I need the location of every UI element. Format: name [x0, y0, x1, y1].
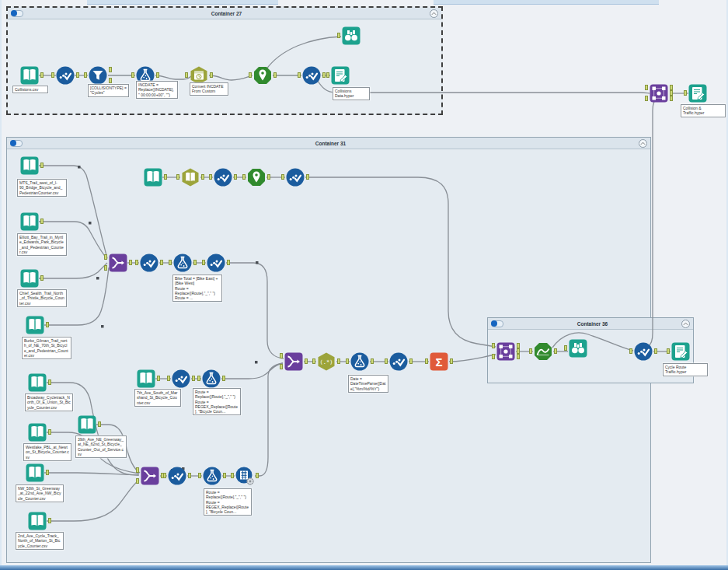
connection-anchor[interactable]	[529, 348, 532, 354]
connection-anchor[interactable]	[197, 376, 200, 381]
input-data-tool[interactable]	[25, 315, 45, 335]
connection-anchor[interactable]	[135, 260, 138, 265]
datetime-tool-annotation[interactable]: Convert INCDATE From Custom	[190, 82, 228, 96]
input-data-tool[interactable]	[27, 422, 47, 442]
connection-anchor[interactable]	[256, 473, 259, 478]
connection-anchor[interactable]	[104, 254, 107, 260]
connection-anchor[interactable]	[337, 33, 340, 38]
connection-anchor[interactable]	[198, 473, 201, 478]
union-tool[interactable]	[284, 351, 304, 372]
input-data-tool[interactable]	[25, 463, 45, 483]
connection-anchor[interactable]	[51, 72, 54, 78]
connection-anchor[interactable]	[136, 467, 139, 473]
connection-anchor[interactable]	[109, 78, 112, 83]
connection-anchor[interactable]	[554, 348, 557, 354]
connection-anchor[interactable]	[201, 174, 204, 180]
connection-anchor[interactable]	[326, 72, 329, 78]
formula-tool[interactable]	[172, 253, 193, 273]
connection-anchor[interactable]	[517, 354, 520, 359]
connection-anchor[interactable]	[684, 90, 687, 96]
input-data-tool-annotation[interactable]: 39th_Ave_NE_Greenway_at_NE_62nd_St_Bicyc…	[75, 435, 127, 458]
select-tool[interactable]	[633, 341, 653, 362]
connection-anchor[interactable]	[157, 376, 160, 381]
input-data-tool-annotation[interactable]: Westlake_PBL_at_Newton_St_Bicycle_Counte…	[23, 443, 71, 461]
container-toggle[interactable]	[491, 320, 503, 327]
connection-anchor[interactable]	[306, 174, 309, 180]
connection-anchor[interactable]	[48, 429, 51, 435]
connection-anchor[interactable]	[164, 174, 167, 180]
connection-anchor[interactable]	[48, 518, 51, 523]
macro-tool[interactable]	[235, 466, 255, 486]
connection-anchor[interactable]	[312, 358, 315, 364]
window-tab[interactable]	[87, 0, 278, 5]
input-data-tool-annotation[interactable]: MTS_Trail_west_of_I-90_Bridge_Bicycle_an…	[17, 179, 67, 197]
connection-anchor[interactable]	[234, 174, 237, 180]
connection-anchor[interactable]	[209, 174, 212, 180]
connection-anchor[interactable]	[667, 348, 670, 354]
connection-anchor[interactable]	[280, 353, 283, 358]
connection-anchor[interactable]	[222, 376, 225, 381]
connection-anchor[interactable]	[492, 354, 495, 359]
connection-anchor[interactable]	[136, 478, 139, 484]
connection-anchor[interactable]	[176, 174, 179, 180]
select-tool[interactable]	[167, 466, 187, 486]
connection-anchor[interactable]	[231, 473, 234, 478]
connection-anchor[interactable]	[131, 72, 134, 78]
connection-anchor[interactable]	[409, 358, 413, 364]
connection-anchor[interactable]	[249, 72, 252, 78]
select-tool[interactable]	[285, 167, 305, 187]
union-tool[interactable]	[140, 466, 160, 486]
connection-anchor[interactable]	[645, 85, 648, 90]
connection-anchor[interactable]	[564, 345, 567, 351]
connection-anchor[interactable]	[273, 72, 277, 78]
input-data-tool[interactable]	[143, 167, 163, 187]
connection-anchor[interactable]	[346, 358, 349, 364]
connection-anchor[interactable]	[517, 348, 520, 354]
connection-anchor[interactable]	[670, 85, 673, 90]
formula-tool-annotation[interactable]: Route = Replace([Route],"_"," ") Route =…	[204, 488, 252, 516]
connection-anchor[interactable]	[645, 96, 648, 101]
select-tool[interactable]	[388, 351, 409, 372]
browse-tool[interactable]	[568, 338, 588, 358]
connection-anchor[interactable]	[163, 473, 166, 478]
input-data-collisions[interactable]	[19, 65, 40, 86]
input-data-tool[interactable]	[19, 268, 40, 288]
connection-anchor[interactable]	[48, 379, 51, 385]
connection-anchor[interactable]	[280, 364, 283, 369]
input-data-tool-annotation[interactable]: NW_58th_St_Greenway_at_22nd_Ave_NW_Bicyc…	[16, 484, 64, 502]
union-tool[interactable]	[108, 253, 128, 273]
collapse-icon[interactable]	[639, 139, 647, 148]
input-data-tool-annotation[interactable]: Broadway_Cycletrack_North_Of_E_Union_St_…	[25, 393, 73, 411]
connection-anchor[interactable]	[305, 358, 308, 364]
connection-anchor[interactable]	[40, 275, 44, 281]
create-points-tool[interactable]	[246, 167, 266, 187]
create-points-tool[interactable]	[253, 65, 273, 86]
formula-tool-annotation[interactable]: Date = DateTimeParse([Date],"%m/%d/%Y")	[348, 375, 388, 393]
text-to-columns-tool[interactable]	[180, 167, 200, 187]
output-data-tool-annotation[interactable]: Collisions Data.hyper	[333, 87, 370, 100]
connection-anchor[interactable]	[227, 260, 230, 265]
connection-anchor[interactable]	[670, 90, 673, 96]
connection-anchor[interactable]	[40, 163, 44, 168]
connection-anchor[interactable]	[76, 72, 79, 78]
input-data-tool[interactable]	[19, 212, 40, 232]
output-data-tool[interactable]	[671, 341, 691, 362]
connection-anchor[interactable]	[188, 473, 191, 478]
connection-anchor[interactable]	[425, 358, 428, 364]
connection-anchor[interactable]	[84, 72, 87, 78]
connection-anchor[interactable]	[450, 358, 453, 364]
connection-anchor[interactable]	[210, 72, 213, 78]
container-27[interactable]: Container 27	[6, 6, 443, 115]
formula-tool[interactable]	[201, 369, 221, 389]
connection-anchor[interactable]	[46, 470, 49, 475]
input-data-tool-annotation[interactable]: 2nd_Ave_Cycle_Track_North_of_Marion_St_B…	[16, 532, 64, 550]
connection-anchor[interactable]	[104, 265, 107, 271]
connection-anchor[interactable]	[322, 72, 326, 78]
spatial-tool[interactable]	[533, 341, 553, 362]
connection-anchor[interactable]	[385, 358, 388, 364]
select-tool[interactable]	[55, 65, 75, 86]
container-toggle[interactable]	[11, 10, 23, 17]
connection-anchor[interactable]	[40, 219, 44, 224]
connection-anchor[interactable]	[192, 376, 195, 381]
browse-tool[interactable]	[341, 26, 361, 46]
